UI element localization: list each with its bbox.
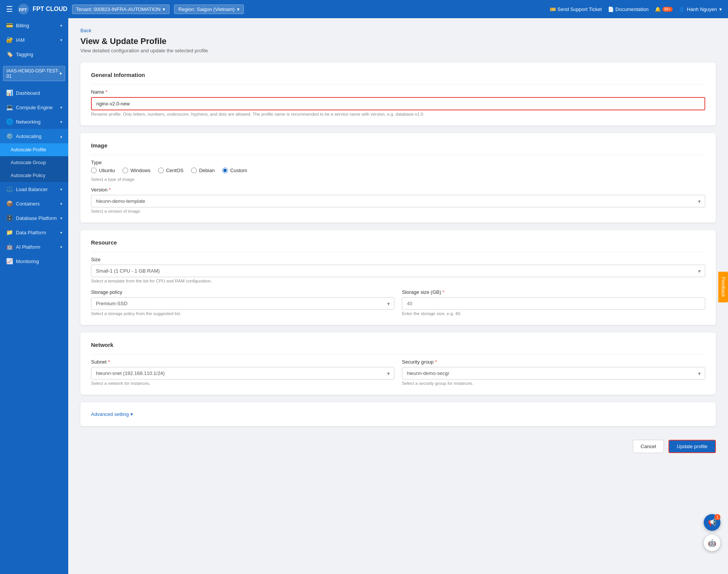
tenant-selector[interactable]: Tenant: 000823-INFRA-AUTOMATION ▾ [72,5,170,14]
security-group-select-wrapper: hieunn-demo-secgr [402,367,705,380]
project-selector[interactable]: IAAS-HCM10-OSP-TEST-01 ▾ [3,66,65,81]
radio-ubuntu[interactable]: Ubuntu [91,168,115,173]
sidebar-item-compute[interactable]: 💻 Compute Engine ▾ [0,100,68,114]
logo: FPT FPT CLOUD [17,3,67,15]
size-select[interactable]: Small-1 (1 CPU - 1 GB RAM) [91,265,705,277]
security-group-hint: Select a security group for instances. [402,381,705,386]
security-group-select[interactable]: hieunn-demo-secgr [402,367,705,380]
autoscaling-icon: ⚙️ [6,133,13,140]
footer-actions: Cancel Update profile [80,434,716,456]
network-row: Subnet * hieunn-snet (192.168.110.1/24) … [91,359,705,386]
sidebar-item-data-platform[interactable]: 📁 Data Platform ▾ [0,225,68,240]
security-group-col: Security group * hieunn-demo-secgr Selec… [402,359,705,386]
hamburger-menu[interactable]: ☰ [6,5,13,14]
sidebar-item-networking[interactable]: 🌐 Networking ▾ [0,114,68,129]
page-title: View & Update Profile [80,36,716,46]
storage-policy-select-wrapper: Premium-SSD [91,297,394,310]
logo-text: FPT CLOUD [33,6,67,13]
page-subtitle: View detailed configuration and update t… [80,48,716,53]
sidebar-main-items: 📊 Dashboard 💻 Compute Engine ▾ 🌐 Network… [0,86,68,268]
storage-size-label: Storage size (GB) * [402,289,705,295]
feedback-tab[interactable]: Feedback [719,272,728,303]
fab-badge: 1 [714,514,720,520]
subnet-label: Subnet * [91,359,394,365]
sidebar-item-database[interactable]: 🗄️ Database Platform ▾ [0,211,68,225]
iam-icon: 🔐 [6,36,13,43]
notification-badge: 99+ [662,7,673,12]
storage-size-input[interactable] [402,297,705,310]
topnav-right: 🎫 Send Support Ticket 📄 Documentation 🔔 … [550,6,722,12]
fab-notification[interactable]: 📢 1 [704,514,720,531]
documentation-link[interactable]: 📄 Documentation [608,6,648,12]
name-hint: Rename profile. Only letters, numbers, u… [91,112,705,116]
storage-size-col: Storage size (GB) * Enter the storage si… [402,289,705,316]
sidebar-item-autoscale-policy[interactable]: Autoscale Policy [0,169,68,182]
sidebar-item-billing[interactable]: 💳 Billing ▾ [0,18,68,33]
fab-help[interactable]: 🤖 [704,535,720,551]
image-card: Image Type Ubuntu Windows CentOS Debian … [80,133,716,223]
name-input[interactable] [92,98,704,110]
region-selector[interactable]: Region: Saigon (Vietnam) ▾ [174,5,244,14]
name-label: Name * [91,89,705,95]
sidebar-item-autoscale-profile[interactable]: Autoscale Profile [0,143,68,156]
radio-windows[interactable]: Windows [122,168,151,173]
image-title: Image [91,142,705,149]
storage-policy-label: Storage policy [91,289,394,295]
support-ticket-link[interactable]: 🎫 Send Support Ticket [550,6,602,12]
version-select[interactable]: hieunn-demo-template [91,195,705,207]
billing-icon: 💳 [6,22,13,29]
compute-icon: 💻 [6,104,13,111]
network-title: Network [91,342,705,348]
sidebar-item-load-balancer[interactable]: ⚖️ Load Balancer ▾ [0,182,68,196]
fab-container: 📢 1 🤖 [704,514,720,551]
notifications-button[interactable]: 🔔 99+ [655,6,673,12]
sidebar-item-iam[interactable]: 🔐 IAM ▾ [0,33,68,47]
ai-platform-icon: 🤖 [6,243,13,250]
version-select-wrapper: hieunn-demo-template [91,195,705,207]
storage-row: Storage policy Premium-SSD Select a stor… [91,289,705,316]
general-info-title: General Information [91,72,705,78]
radio-debian[interactable]: Debian [191,168,215,173]
security-group-label: Security group * [402,359,705,365]
load-balancer-icon: ⚖️ [6,186,13,193]
network-card: Network Subnet * hieunn-snet (192.168.11… [80,332,716,395]
sidebar-item-monitoring[interactable]: 📈 Monitoring [0,254,68,268]
resource-title: Resource [91,239,705,246]
sidebar-item-autoscaling[interactable]: ⚙️ Autoscaling ▴ [0,129,68,143]
name-input-wrapper [91,97,705,110]
svg-text:FPT: FPT [19,8,27,12]
autoscaling-submenu: Autoscale Profile Autoscale Group Autosc… [0,143,68,182]
sidebar: 💳 Billing ▾ 🔐 IAM ▾ 🏷️ Tagging IAAS-HCM1… [0,18,68,574]
back-link[interactable]: Back [80,28,91,33]
radio-centos[interactable]: CentOS [158,168,184,173]
version-hint: Select a version of image. [91,209,705,213]
database-icon: 🗄️ [6,215,13,221]
user-menu[interactable]: 👤 Hanh Nguyen ▾ [679,6,722,12]
subnet-select[interactable]: hieunn-snet (192.168.110.1/24) [91,367,394,380]
sidebar-item-containers[interactable]: 📦 Containers ▾ [0,196,68,211]
sidebar-item-ai-platform[interactable]: 🤖 AI Platform ▾ [0,240,68,254]
storage-policy-select[interactable]: Premium-SSD [91,297,394,310]
advanced-setting-link[interactable]: Advanced setting ▾ [91,411,705,417]
general-info-card: General Information Name * Rename profil… [80,63,716,125]
update-profile-button[interactable]: Update profile [668,440,716,453]
storage-size-hint: Enter the storage size, e.g. 40. [402,311,705,316]
sidebar-item-tagging[interactable]: 🏷️ Tagging [0,47,68,61]
version-label: Version * [91,187,705,193]
type-hint: Select a type of image. [91,177,705,182]
main-content: Back View & Update Profile View detailed… [68,18,728,574]
tagging-icon: 🏷️ [6,51,13,58]
networking-icon: 🌐 [6,118,13,125]
dashboard-icon: 📊 [6,89,13,96]
containers-icon: 📦 [6,200,13,207]
radio-custom[interactable]: Custom [222,168,247,173]
sidebar-item-autoscale-group[interactable]: Autoscale Group [0,156,68,169]
type-label: Type [91,160,705,165]
size-select-wrapper: Small-1 (1 CPU - 1 GB RAM) [91,265,705,277]
top-navigation: ☰ FPT FPT CLOUD Tenant: 000823-INFRA-AUT… [0,0,728,18]
cancel-button[interactable]: Cancel [633,440,664,453]
sidebar-item-dashboard[interactable]: 📊 Dashboard [0,86,68,100]
subnet-select-wrapper: hieunn-snet (192.168.110.1/24) [91,367,394,380]
resource-card: Resource Size Small-1 (1 CPU - 1 GB RAM)… [80,230,716,325]
storage-policy-hint: Select a storage policy from the suggest… [91,311,394,316]
